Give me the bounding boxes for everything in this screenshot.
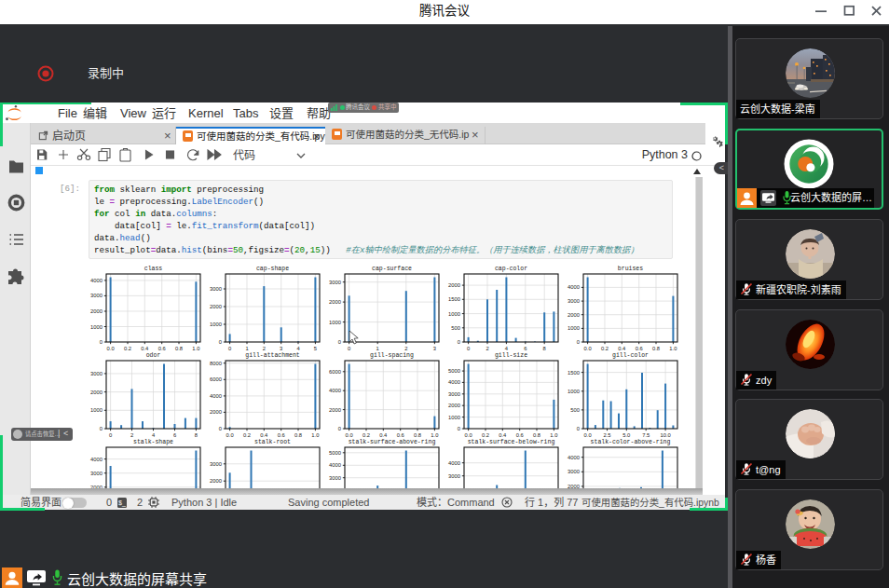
svg-text:4000: 4000: [568, 455, 580, 460]
svg-text:2: 2: [263, 346, 266, 351]
svg-text:cap-shape: cap-shape: [256, 266, 289, 272]
svg-text:6000: 6000: [210, 376, 222, 382]
svg-text:0: 0: [348, 346, 350, 351]
svg-text:0: 0: [338, 339, 341, 345]
svg-text:3000: 3000: [90, 371, 103, 376]
svg-text:2000: 2000: [448, 282, 460, 288]
svg-text:0.6: 0.6: [158, 346, 166, 351]
svg-text:0.6: 0.6: [516, 432, 524, 438]
svg-text:6: 6: [173, 432, 176, 438]
svg-text:gill-color: gill-color: [612, 352, 649, 359]
svg-text:1.0: 1.0: [311, 432, 319, 438]
svg-text:3000: 3000: [329, 475, 341, 481]
svg-text:3000: 3000: [448, 473, 460, 479]
svg-text:2: 2: [486, 346, 488, 351]
svg-text:0.0: 0.0: [107, 346, 115, 351]
svg-text:1000: 1000: [329, 320, 341, 325]
svg-text:3000: 3000: [448, 391, 460, 397]
svg-text:2000: 2000: [329, 407, 341, 413]
svg-text:1.0: 1.0: [431, 432, 438, 438]
svg-text:5.0: 5.0: [622, 432, 630, 438]
svg-text:0.0: 0.0: [465, 432, 472, 438]
svg-text:2000: 2000: [90, 308, 103, 314]
svg-text:gill-size: gill-size: [495, 352, 527, 359]
svg-text:gill-attachment: gill-attachment: [245, 352, 300, 359]
svg-text:bruises: bruises: [618, 266, 643, 272]
svg-text:2000: 2000: [90, 390, 103, 395]
svg-text:1000: 1000: [568, 389, 580, 394]
svg-text:0.0: 0.0: [584, 346, 592, 351]
svg-text:0: 0: [338, 426, 341, 431]
svg-text:3000: 3000: [568, 469, 580, 474]
svg-text:0.4: 0.4: [499, 432, 507, 438]
svg-text:2000: 2000: [448, 403, 460, 408]
svg-text:1000: 1000: [90, 407, 103, 413]
svg-text:stalk-color-above-ring: stalk-color-above-ring: [591, 439, 671, 445]
svg-text:stalk-surface-above-ring: stalk-surface-above-ring: [349, 439, 436, 445]
svg-text:4000: 4000: [329, 388, 341, 393]
svg-text:0.6: 0.6: [397, 432, 404, 438]
svg-text:2: 2: [404, 346, 407, 351]
svg-text:0: 0: [577, 426, 580, 431]
svg-text:0.0: 0.0: [584, 432, 592, 438]
svg-text:1000: 1000: [210, 321, 222, 327]
svg-text:0: 0: [219, 339, 222, 345]
svg-text:8000: 8000: [210, 361, 222, 366]
svg-text:4: 4: [505, 346, 509, 351]
svg-text:4000: 4000: [329, 462, 341, 468]
svg-text:0: 0: [458, 339, 460, 345]
svg-text:0.0: 0.0: [226, 432, 234, 438]
svg-text:odor: odor: [146, 352, 161, 359]
svg-text:3000: 3000: [568, 298, 580, 304]
svg-text:stalk-root: stalk-root: [254, 439, 291, 445]
svg-text:4000: 4000: [448, 460, 460, 466]
svg-text:1500: 1500: [448, 296, 460, 302]
svg-text:8: 8: [195, 432, 198, 438]
svg-text:0.2: 0.2: [482, 432, 489, 438]
svg-text:0.4: 0.4: [141, 346, 149, 351]
svg-text:3000: 3000: [210, 461, 222, 467]
svg-text:1000: 1000: [448, 415, 460, 420]
svg-text:0.8: 0.8: [414, 432, 421, 438]
svg-text:0.4: 0.4: [260, 432, 268, 438]
svg-text:0.2: 0.2: [243, 432, 251, 438]
svg-text:2000: 2000: [210, 478, 222, 484]
svg-text:3000: 3000: [210, 286, 222, 292]
svg-text:0: 0: [458, 426, 460, 431]
svg-text:1000: 1000: [448, 311, 460, 317]
svg-text:0.8: 0.8: [294, 432, 302, 438]
svg-text:4000: 4000: [210, 393, 222, 399]
svg-text:1000: 1000: [90, 324, 103, 330]
svg-text:2000: 2000: [210, 409, 222, 415]
svg-text:stalk-shape: stalk-shape: [133, 439, 173, 445]
svg-text:4: 4: [296, 346, 300, 351]
svg-text:1.0: 1.0: [550, 432, 557, 438]
svg-text:500: 500: [451, 325, 460, 331]
svg-text:0: 0: [100, 339, 103, 345]
svg-text:500: 500: [570, 407, 580, 413]
svg-text:2000: 2000: [329, 299, 341, 305]
svg-text:cap-surface: cap-surface: [372, 266, 412, 272]
svg-text:1.0: 1.0: [669, 346, 677, 351]
svg-text:0.2: 0.2: [362, 432, 370, 438]
svg-text:5000: 5000: [448, 368, 460, 374]
svg-text:0: 0: [577, 339, 580, 345]
svg-text:0.6: 0.6: [278, 432, 285, 438]
svg-text:2000: 2000: [210, 304, 222, 309]
svg-text:2.5: 2.5: [603, 432, 610, 438]
svg-text:class: class: [144, 266, 163, 272]
svg-text:4000: 4000: [448, 379, 460, 385]
svg-text:0: 0: [109, 432, 112, 438]
svg-text:6: 6: [524, 346, 527, 351]
svg-text:1500: 1500: [568, 370, 580, 376]
svg-text:3000: 3000: [90, 471, 103, 476]
svg-text:2000: 2000: [568, 312, 580, 318]
svg-text:3000: 3000: [329, 280, 341, 285]
svg-text:6000: 6000: [329, 369, 341, 375]
svg-text:5000: 5000: [329, 450, 341, 456]
svg-text:3: 3: [433, 346, 436, 351]
svg-text:4000: 4000: [568, 284, 580, 290]
svg-text:0: 0: [100, 426, 103, 431]
svg-text:0: 0: [219, 426, 222, 431]
svg-text:0.2: 0.2: [601, 346, 609, 351]
